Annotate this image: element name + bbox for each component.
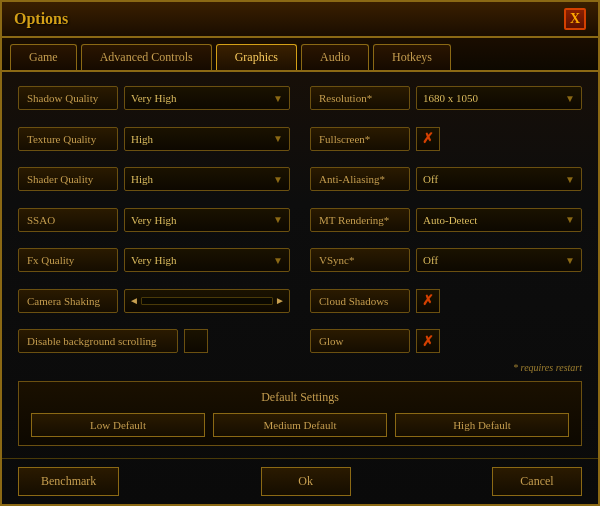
settings-grid: Shadow Quality Very High ▼ Resolution* 1… bbox=[18, 84, 582, 360]
vsync-row: VSync* Off ▼ bbox=[310, 246, 582, 274]
cloud-shadows-row: Cloud Shadows ✗ bbox=[310, 287, 582, 315]
tab-bar: Game Advanced Controls Graphics Audio Ho… bbox=[2, 38, 598, 72]
disable-scrolling-checkbox[interactable] bbox=[184, 329, 208, 353]
shadow-quality-label: Shadow Quality bbox=[18, 86, 118, 110]
texture-quality-row: Texture Quality High ▼ bbox=[18, 125, 290, 153]
tab-graphics[interactable]: Graphics bbox=[216, 44, 297, 70]
fx-quality-dropdown[interactable]: Very High ▼ bbox=[124, 248, 290, 272]
close-button[interactable]: X bbox=[564, 8, 586, 30]
glow-checkbox[interactable]: ✗ bbox=[416, 329, 440, 353]
fullscreen-row: Fullscreen* ✗ bbox=[310, 125, 582, 153]
resolution-label: Resolution* bbox=[310, 86, 410, 110]
bottom-bar: Benchmark Ok Cancel bbox=[2, 458, 598, 504]
default-settings-section: Default Settings Low Default Medium Defa… bbox=[18, 381, 582, 446]
mt-rendering-label: MT Rendering* bbox=[310, 208, 410, 232]
cancel-button[interactable]: Cancel bbox=[492, 467, 582, 496]
benchmark-button[interactable]: Benchmark bbox=[18, 467, 119, 496]
tab-game[interactable]: Game bbox=[10, 44, 77, 70]
ssao-row: SSAO Very High ▼ bbox=[18, 206, 290, 234]
glow-label: Glow bbox=[310, 329, 410, 353]
dropdown-arrow-icon: ▼ bbox=[273, 133, 283, 144]
dropdown-arrow-icon: ▼ bbox=[273, 174, 283, 185]
cloud-shadows-checkbox[interactable]: ✗ bbox=[416, 289, 440, 313]
checkbox-check-icon: ✗ bbox=[422, 292, 434, 309]
fx-quality-row: Fx Quality Very High ▼ bbox=[18, 246, 290, 274]
camera-shaking-label: Camera Shaking bbox=[18, 289, 118, 313]
resolution-row: Resolution* 1680 x 1050 ▼ bbox=[310, 84, 582, 112]
mt-rendering-dropdown[interactable]: Auto-Detect ▼ bbox=[416, 208, 582, 232]
slider-left-arrow-icon[interactable]: ◄ bbox=[129, 295, 139, 306]
shader-quality-label: Shader Quality bbox=[18, 167, 118, 191]
tab-advanced-controls[interactable]: Advanced Controls bbox=[81, 44, 212, 70]
settings-content: Shadow Quality Very High ▼ Resolution* 1… bbox=[2, 72, 598, 458]
medium-default-button[interactable]: Medium Default bbox=[213, 413, 387, 437]
texture-quality-dropdown[interactable]: High ▼ bbox=[124, 127, 290, 151]
ssao-dropdown[interactable]: Very High ▼ bbox=[124, 208, 290, 232]
anti-aliasing-label: Anti-Aliasing* bbox=[310, 167, 410, 191]
ssao-label: SSAO bbox=[18, 208, 118, 232]
default-settings-title: Default Settings bbox=[31, 390, 569, 405]
title-bar: Options X bbox=[2, 2, 598, 38]
slider-track bbox=[141, 297, 273, 305]
shader-quality-dropdown[interactable]: High ▼ bbox=[124, 167, 290, 191]
dropdown-arrow-icon: ▼ bbox=[273, 214, 283, 225]
window-title: Options bbox=[14, 10, 68, 28]
camera-shaking-row: Camera Shaking ◄ ► bbox=[18, 287, 290, 315]
checkbox-check-icon: ✗ bbox=[422, 130, 434, 147]
dropdown-arrow-icon: ▼ bbox=[565, 255, 575, 266]
high-default-button[interactable]: High Default bbox=[395, 413, 569, 437]
dropdown-arrow-icon: ▼ bbox=[273, 93, 283, 104]
fx-quality-label: Fx Quality bbox=[18, 248, 118, 272]
requires-restart-note: * requires restart bbox=[18, 362, 582, 373]
vsync-dropdown[interactable]: Off ▼ bbox=[416, 248, 582, 272]
slider-right-arrow-icon[interactable]: ► bbox=[275, 295, 285, 306]
texture-quality-label: Texture Quality bbox=[18, 127, 118, 151]
default-buttons-group: Low Default Medium Default High Default bbox=[31, 413, 569, 437]
resolution-dropdown[interactable]: 1680 x 1050 ▼ bbox=[416, 86, 582, 110]
cloud-shadows-label: Cloud Shadows bbox=[310, 289, 410, 313]
dropdown-arrow-icon: ▼ bbox=[565, 93, 575, 104]
dropdown-arrow-icon: ▼ bbox=[565, 214, 575, 225]
checkbox-check-icon: ✗ bbox=[422, 333, 434, 350]
tab-hotkeys[interactable]: Hotkeys bbox=[373, 44, 451, 70]
camera-shaking-slider[interactable]: ◄ ► bbox=[124, 289, 290, 313]
dropdown-arrow-icon: ▼ bbox=[565, 174, 575, 185]
shader-quality-row: Shader Quality High ▼ bbox=[18, 165, 290, 193]
anti-aliasing-row: Anti-Aliasing* Off ▼ bbox=[310, 165, 582, 193]
tab-audio[interactable]: Audio bbox=[301, 44, 369, 70]
fullscreen-checkbox[interactable]: ✗ bbox=[416, 127, 440, 151]
vsync-label: VSync* bbox=[310, 248, 410, 272]
shadow-quality-row: Shadow Quality Very High ▼ bbox=[18, 84, 290, 112]
options-window: Options X Game Advanced Controls Graphic… bbox=[0, 0, 600, 506]
shadow-quality-dropdown[interactable]: Very High ▼ bbox=[124, 86, 290, 110]
ok-button[interactable]: Ok bbox=[261, 467, 351, 496]
mt-rendering-row: MT Rendering* Auto-Detect ▼ bbox=[310, 206, 582, 234]
anti-aliasing-dropdown[interactable]: Off ▼ bbox=[416, 167, 582, 191]
disable-scrolling-row: Disable background scrolling bbox=[18, 327, 290, 355]
dropdown-arrow-icon: ▼ bbox=[273, 255, 283, 266]
glow-row: Glow ✗ bbox=[310, 327, 582, 355]
low-default-button[interactable]: Low Default bbox=[31, 413, 205, 437]
disable-scrolling-label: Disable background scrolling bbox=[18, 329, 178, 353]
fullscreen-label: Fullscreen* bbox=[310, 127, 410, 151]
